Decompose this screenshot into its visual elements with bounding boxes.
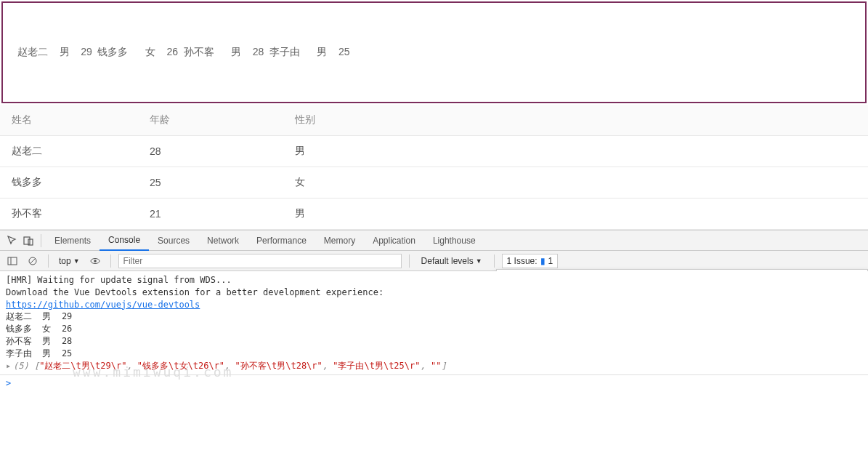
inspect-icon[interactable] bbox=[4, 233, 20, 249]
tab-sources[interactable]: Sources bbox=[149, 231, 198, 250]
inline-item: 赵老二 男 29 bbox=[17, 46, 95, 57]
inline-item: 孙不客 男 28 bbox=[184, 46, 267, 57]
header-age: 年龄 bbox=[138, 105, 283, 136]
devtools-tabbar: Elements Console Sources Network Perform… bbox=[0, 230, 868, 251]
svg-rect-0 bbox=[24, 237, 30, 244]
tab-console[interactable]: Console bbox=[100, 230, 149, 251]
inline-item: 李子由 男 25 bbox=[269, 46, 349, 57]
cell-age: 21 bbox=[138, 199, 283, 230]
cell-name: 孙不客 bbox=[0, 199, 138, 230]
svg-line-5 bbox=[30, 258, 36, 264]
table-header-row: 姓名 年龄 性别 bbox=[0, 105, 868, 136]
tab-application[interactable]: Application bbox=[364, 231, 424, 250]
clear-console-icon[interactable] bbox=[25, 253, 41, 269]
console-log-line: 孙不客 男 28 bbox=[6, 335, 862, 348]
header-gender: 性别 bbox=[283, 105, 868, 136]
console-log-line: 钱多多 女 26 bbox=[6, 323, 862, 335]
cell-gender: 男 bbox=[283, 136, 868, 167]
svg-point-7 bbox=[94, 260, 97, 262]
context-dropdown[interactable]: top▼ bbox=[56, 254, 83, 268]
console-line: [HMR] Waiting for update signal from WDS… bbox=[6, 274, 862, 286]
tab-lighthouse[interactable]: Lighthouse bbox=[424, 231, 484, 250]
eye-icon[interactable] bbox=[87, 253, 103, 269]
tab-elements[interactable]: Elements bbox=[46, 231, 100, 250]
issues-badge[interactable]: 1 Issue: ▮ 1 bbox=[502, 254, 559, 268]
cell-age: 28 bbox=[138, 136, 283, 167]
console-line: Download the Vue Devtools extension for … bbox=[6, 286, 862, 299]
tab-performance[interactable]: Performance bbox=[248, 231, 315, 250]
cell-name: 钱多多 bbox=[0, 167, 138, 199]
cell-gender: 男 bbox=[283, 199, 868, 230]
console-log-line: 赵老二 男 29 bbox=[6, 310, 862, 323]
data-table: 姓名 年龄 性别 赵老二 28 男 钱多多 25 女 孙不客 21 男 bbox=[0, 105, 868, 230]
log-levels-dropdown[interactable]: Default levels ▼ bbox=[417, 254, 487, 268]
devtools-panel: Elements Console Sources Network Perform… bbox=[0, 230, 868, 391]
filter-input[interactable] bbox=[118, 254, 402, 268]
console-log-line: 李子由 男 25 bbox=[6, 348, 862, 360]
svg-rect-2 bbox=[8, 257, 17, 265]
cell-age: 25 bbox=[138, 167, 283, 199]
table-row: 钱多多 25 女 bbox=[0, 167, 868, 199]
cell-gender: 女 bbox=[283, 167, 868, 199]
console-toolbar: top▼ Default levels ▼ 1 Issue: ▮ 1 bbox=[0, 251, 868, 271]
issue-icon: ▮ bbox=[540, 256, 545, 266]
console-body: www.mimiwuqi.com [HMR] Waiting for updat… bbox=[0, 271, 868, 374]
console-link[interactable]: https://github.com/vuejs/vue-devtools bbox=[6, 300, 200, 310]
tab-network[interactable]: Network bbox=[198, 231, 248, 250]
cell-name: 赵老二 bbox=[0, 136, 138, 167]
table-row: 孙不客 21 男 bbox=[0, 199, 868, 230]
console-prompt[interactable]: > bbox=[0, 374, 868, 391]
selected-region: 赵老二 男 29 钱多多 女 26 孙不客 男 28 李子由 男 25 bbox=[1, 1, 867, 103]
inline-data-row: 赵老二 男 29 钱多多 女 26 孙不客 男 28 李子由 男 25 bbox=[10, 39, 357, 66]
console-array-line[interactable]: ▸(5) ["赵老二\t男\t29\r", "钱多多\t女\t26\r", "孙… bbox=[6, 360, 862, 372]
inline-item: 钱多多 女 26 bbox=[97, 46, 180, 57]
device-toggle-icon[interactable] bbox=[20, 233, 36, 249]
tab-memory[interactable]: Memory bbox=[315, 231, 364, 250]
header-name: 姓名 bbox=[0, 105, 138, 136]
table-row: 赵老二 28 男 bbox=[0, 136, 868, 167]
expand-triangle-icon[interactable]: ▸ bbox=[6, 360, 13, 372]
sidebar-toggle-icon[interactable] bbox=[4, 253, 20, 269]
